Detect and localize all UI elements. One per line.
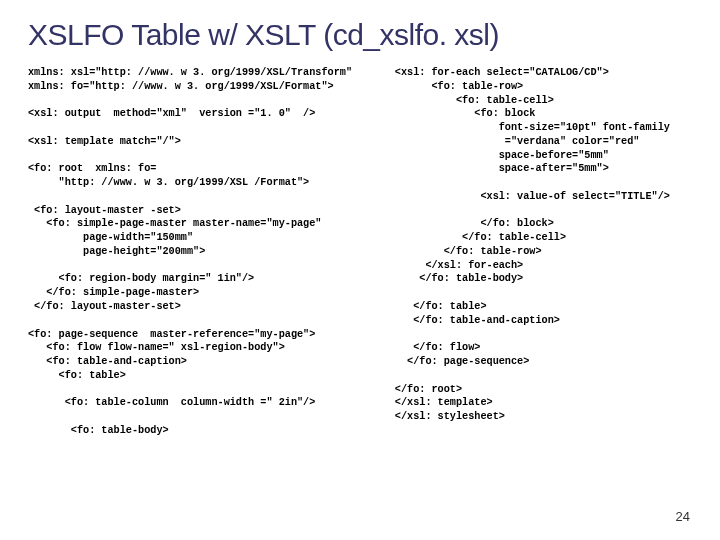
code-block-right: <xsl: for-each select="CATALOG/CD"> <fo:… (395, 66, 692, 424)
slide-container: XSLFO Table w/ XSLT (cd_xslfo. xsl) xmln… (0, 0, 720, 448)
code-columns: xmlns: xsl="http: //www. w 3. org/1999/X… (28, 66, 692, 438)
page-number: 24 (676, 509, 690, 524)
right-column: <xsl: for-each select="CATALOG/CD"> <fo:… (395, 66, 692, 438)
slide-title: XSLFO Table w/ XSLT (cd_xslfo. xsl) (28, 18, 692, 52)
left-column: xmlns: xsl="http: //www. w 3. org/1999/X… (28, 66, 377, 438)
code-block-left: xmlns: xsl="http: //www. w 3. org/1999/X… (28, 66, 377, 438)
